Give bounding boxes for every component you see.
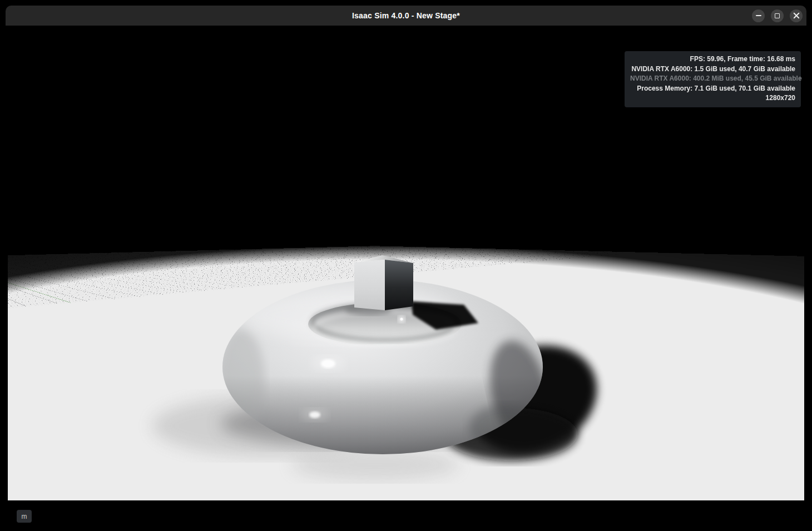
close-icon bbox=[793, 12, 800, 19]
cube-front-face bbox=[354, 260, 385, 310]
process-memory-line: Process Memory: 7.1 GiB used, 70.1 GiB a… bbox=[630, 84, 795, 94]
gpu0-memory-line: NVIDIA RTX A6000: 1.5 GiB used, 40.7 GiB… bbox=[630, 64, 795, 75]
viewport-hint-badge: m bbox=[17, 510, 32, 523]
close-button[interactable] bbox=[790, 9, 803, 22]
fps-line: FPS: 59.96, Frame time: 16.68 ms bbox=[630, 54, 795, 64]
maximize-icon bbox=[775, 13, 780, 18]
resolution-label: 1280x720 bbox=[630, 93, 795, 103]
torus-hole bbox=[308, 302, 462, 346]
cube-right-face bbox=[385, 260, 413, 310]
app-window: Isaac Sim 4.0.0 - New Stage* bbox=[6, 6, 806, 525]
stats-overlay: FPS: 59.96, Frame time: 16.68 ms NVIDIA … bbox=[625, 51, 801, 107]
cube-top-face bbox=[354, 255, 413, 263]
titlebar[interactable]: Isaac Sim 4.0.0 - New Stage* bbox=[6, 6, 806, 26]
minimize-icon bbox=[756, 15, 761, 16]
maximize-button[interactable] bbox=[771, 9, 784, 22]
gpu1-memory-line: NVIDIA RTX A6000: 400.2 MiB used, 45.5 G… bbox=[630, 74, 795, 84]
window-controls bbox=[752, 6, 803, 26]
window-title: Isaac Sim 4.0.0 - New Stage* bbox=[6, 6, 806, 26]
minimize-button[interactable] bbox=[752, 9, 765, 22]
ground-grid bbox=[8, 219, 804, 500]
viewport-canvas[interactable]: FPS: 59.96, Frame time: 16.68 ms NVIDIA … bbox=[8, 26, 804, 500]
x-axis-line bbox=[795, 202, 804, 256]
cube-shadow bbox=[412, 301, 478, 330]
